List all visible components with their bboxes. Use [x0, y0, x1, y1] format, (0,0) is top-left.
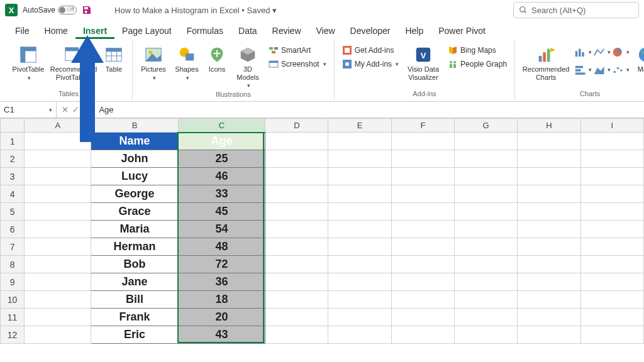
col-header-d[interactable]: D — [265, 119, 328, 133]
cell-name[interactable]: Bob — [91, 256, 178, 273]
cell[interactable] — [518, 150, 580, 168]
cell[interactable] — [25, 291, 91, 309]
cell[interactable] — [580, 291, 643, 309]
row-header[interactable]: 6 — [1, 221, 25, 238]
cell[interactable] — [25, 273, 91, 291]
pie-chart-button[interactable]: ▾ — [612, 44, 630, 60]
pivottable-button[interactable]: PivotTable▾ — [10, 44, 47, 82]
cell[interactable] — [455, 203, 518, 221]
recommended-charts-button[interactable]: Recommended Charts — [520, 44, 572, 82]
icons-button[interactable]: Icons — [204, 44, 230, 75]
cell-age[interactable]: Age — [178, 133, 265, 150]
cell[interactable] — [518, 326, 580, 344]
cell[interactable] — [391, 150, 454, 168]
cell[interactable] — [580, 221, 643, 238]
row-header[interactable]: 1 — [1, 133, 25, 150]
name-box[interactable]: C1 ▾ — [0, 102, 57, 118]
save-icon[interactable] — [82, 5, 92, 15]
autosave-toggle[interactable]: AutoSave Off — [23, 6, 77, 14]
cell[interactable] — [455, 256, 518, 273]
cell[interactable] — [518, 309, 580, 326]
cell[interactable] — [265, 309, 328, 326]
smartart-button[interactable]: SmartArt — [266, 44, 329, 57]
tab-help[interactable]: Help — [397, 22, 431, 39]
cell[interactable] — [25, 326, 91, 344]
visio-button[interactable]: V Visio Data Visualizer — [404, 44, 443, 82]
table-row[interactable]: 7Herman48 — [1, 238, 644, 256]
get-addins-button[interactable]: Get Add-ins — [340, 44, 401, 57]
document-title[interactable]: How to Make a Histogram in Excel • Saved… — [114, 6, 277, 15]
table-row[interactable]: 10Bill18 — [1, 291, 644, 309]
col-header-g[interactable]: G — [455, 119, 518, 133]
cell[interactable] — [580, 203, 643, 221]
cell[interactable] — [391, 185, 454, 203]
row-header[interactable]: 7 — [1, 238, 25, 256]
cell[interactable] — [518, 291, 580, 309]
cell-name[interactable]: Bill — [91, 291, 178, 309]
cell-name[interactable]: Eric — [91, 326, 178, 344]
my-addins-button[interactable]: My Add-ins▾ — [340, 58, 401, 70]
cell-age[interactable]: 54 — [178, 221, 265, 238]
tab-view[interactable]: View — [309, 22, 343, 39]
table-row[interactable]: 2John25 — [1, 150, 644, 168]
table-row[interactable]: 3Lucy46 — [1, 168, 644, 185]
col-header-e[interactable]: E — [328, 119, 391, 133]
shapes-button[interactable]: Shapes▾ — [172, 44, 202, 82]
cell-age[interactable]: 33 — [178, 185, 265, 203]
cell[interactable] — [518, 273, 580, 291]
col-header-b[interactable]: B — [91, 119, 178, 133]
tab-page-layout[interactable]: Page Layout — [114, 22, 179, 39]
recommended-pivottables-button[interactable]: Recommended PivotTables — [49, 44, 98, 82]
row-header[interactable]: 10 — [1, 291, 25, 309]
tab-review[interactable]: Review — [265, 22, 309, 39]
cell[interactable] — [455, 273, 518, 291]
cell[interactable] — [25, 238, 91, 256]
cell[interactable] — [391, 309, 454, 326]
tab-data[interactable]: Data — [231, 22, 265, 39]
cell[interactable] — [580, 168, 643, 185]
cell[interactable] — [265, 291, 328, 309]
cell-age[interactable]: 18 — [178, 291, 265, 309]
cell[interactable] — [265, 238, 328, 256]
pictures-button[interactable]: Pictures▾ — [138, 44, 169, 82]
cell[interactable] — [328, 221, 391, 238]
cell[interactable] — [518, 203, 580, 221]
cell[interactable] — [580, 273, 643, 291]
fx-icon[interactable]: fx — [83, 105, 89, 115]
cell[interactable] — [580, 326, 643, 344]
cell-name[interactable]: John — [91, 150, 178, 168]
select-all-corner[interactable] — [1, 119, 25, 133]
cell-name[interactable]: George — [91, 185, 178, 203]
cell[interactable] — [580, 238, 643, 256]
cell[interactable] — [580, 185, 643, 203]
tab-developer[interactable]: Developer — [343, 22, 398, 39]
cell[interactable] — [455, 150, 518, 168]
cell[interactable] — [25, 221, 91, 238]
cell[interactable] — [455, 133, 518, 150]
row-header[interactable]: 8 — [1, 256, 25, 273]
cell[interactable] — [265, 273, 328, 291]
tab-formulas[interactable]: Formulas — [179, 22, 231, 39]
col-header-a[interactable]: A — [25, 119, 91, 133]
table-row[interactable]: 1NameAge — [1, 133, 644, 150]
cell[interactable] — [391, 238, 454, 256]
cell[interactable] — [265, 150, 328, 168]
screenshot-button[interactable]: Screenshot▾ — [266, 58, 329, 70]
row-header[interactable]: 3 — [1, 168, 25, 185]
cell[interactable] — [25, 309, 91, 326]
people-graph-button[interactable]: People Graph — [445, 58, 509, 70]
row-header[interactable]: 4 — [1, 185, 25, 203]
cell-name[interactable]: Jane — [91, 273, 178, 291]
table-row[interactable]: 9Jane36 — [1, 273, 644, 291]
area-chart-button[interactable]: ▾ — [593, 62, 611, 78]
cell-name[interactable]: Name — [91, 133, 178, 150]
bar-chart-button[interactable]: ▾ — [574, 62, 592, 78]
cell[interactable] — [518, 168, 580, 185]
maps-button[interactable]: Maps▾ — [632, 44, 644, 82]
cell[interactable] — [455, 238, 518, 256]
cell[interactable] — [580, 309, 643, 326]
cell[interactable] — [25, 256, 91, 273]
cell-name[interactable]: Grace — [91, 203, 178, 221]
confirm-icon[interactable]: ✓ — [72, 105, 79, 114]
table-row[interactable]: 12Eric43 — [1, 326, 644, 344]
